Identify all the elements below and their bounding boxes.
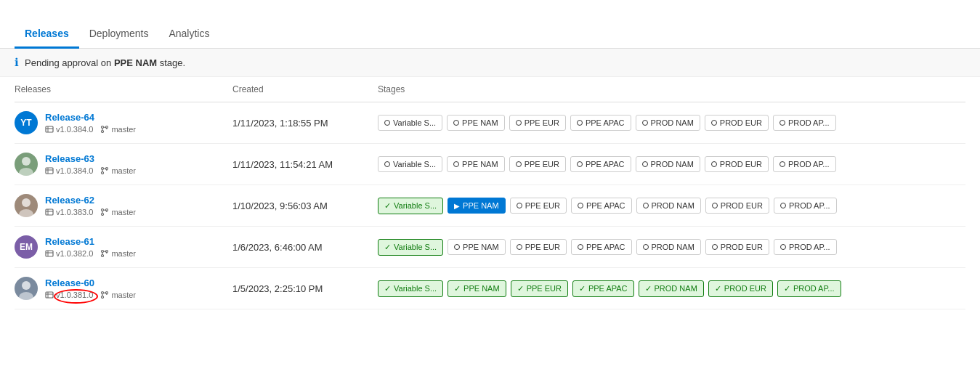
- stage-button[interactable]: PROD NAM: [636, 239, 701, 255]
- circle-icon: [454, 244, 460, 250]
- stage-button[interactable]: ✓ PPE APAC: [572, 280, 634, 297]
- svg-rect-0: [46, 126, 53, 132]
- check-icon: ✓: [517, 284, 524, 293]
- stage-button[interactable]: Variable S...: [378, 156, 442, 172]
- circle-icon: [453, 120, 459, 126]
- svg-point-7: [22, 157, 31, 166]
- stage-button[interactable]: PPE EUR: [509, 115, 566, 131]
- progress-icon: ▶: [454, 202, 460, 210]
- check-icon: ✓: [384, 201, 391, 211]
- stage-button[interactable]: PPE NAM: [447, 115, 505, 131]
- branch-label: master: [111, 291, 136, 299]
- stage-button[interactable]: PROD AP...: [773, 115, 836, 131]
- stage-button[interactable]: ▶ PPE NAM: [448, 198, 506, 214]
- branch-label: master: [111, 125, 136, 134]
- version-icon: [45, 249, 54, 258]
- svg-point-12: [102, 168, 104, 170]
- circle-icon: [711, 161, 717, 167]
- stage-button[interactable]: ✓ PROD AP...: [777, 280, 841, 297]
- circle-icon: [643, 203, 649, 208]
- stage-button[interactable]: PROD EUR: [705, 156, 769, 172]
- tab-releases[interactable]: Releases: [15, 20, 79, 49]
- stage-button[interactable]: PPE APAC: [571, 239, 632, 255]
- table-row: Release-60 v1.0.381.0: [15, 268, 965, 309]
- stage-button[interactable]: Variable S...: [378, 115, 442, 131]
- table-header: Releases Created Stages: [15, 77, 965, 102]
- stage-button[interactable]: PROD NAM: [636, 198, 701, 214]
- branch-icon: [100, 249, 109, 258]
- stage-button[interactable]: PROD AP...: [773, 156, 836, 172]
- svg-point-4: [102, 131, 104, 133]
- svg-point-22: [102, 214, 104, 216]
- release-name[interactable]: Release-61: [45, 236, 136, 247]
- stage-button[interactable]: PPE NAM: [448, 239, 506, 255]
- version-item: v1.0.384.0: [45, 125, 93, 134]
- circle-icon: [779, 120, 785, 126]
- stage-button[interactable]: PROD AP...: [774, 239, 837, 255]
- circle-icon: [577, 120, 583, 126]
- stage-button[interactable]: PROD EUR: [705, 115, 769, 131]
- version-icon: [45, 291, 54, 299]
- branch-icon: [100, 208, 109, 216]
- col-created: Created: [232, 84, 378, 94]
- created-date: 1/10/2023, 9:56:03 AM: [232, 200, 378, 211]
- release-name[interactable]: Release-60: [45, 277, 136, 288]
- release-info: Release-62 v1.0.383.0: [15, 194, 232, 217]
- stages-list: Variable S... PPE NAM PPE EUR PPE APAC P…: [378, 115, 965, 131]
- stage-button[interactable]: ✓ PPE NAM: [448, 280, 506, 297]
- release-details: Release-62 v1.0.383.0: [45, 195, 136, 216]
- avatar: [15, 277, 38, 300]
- stage-button[interactable]: ✓ PPE EUR: [511, 280, 568, 297]
- tab-analytics[interactable]: Analytics: [158, 20, 219, 49]
- version-label: v1.0.384.0: [56, 125, 93, 134]
- stage-button[interactable]: PPE APAC: [570, 115, 631, 131]
- svg-point-13: [102, 172, 104, 174]
- branch-label: master: [111, 208, 136, 216]
- svg-rect-9: [46, 168, 53, 174]
- stages-list: ✓ Variable S...▶ PPE NAM PPE EUR PPE APA…: [378, 198, 965, 214]
- stage-button[interactable]: PROD EUR: [705, 239, 769, 255]
- stage-button[interactable]: PPE NAM: [447, 156, 505, 172]
- stage-button[interactable]: ✓ Variable S...: [378, 198, 443, 214]
- release-name[interactable]: Release-62: [45, 195, 136, 206]
- version-icon: [45, 208, 54, 216]
- stage-button[interactable]: PPE APAC: [570, 156, 631, 172]
- stage-button[interactable]: PROD NAM: [636, 115, 700, 131]
- svg-point-16: [22, 198, 31, 207]
- stage-button[interactable]: ✓ Variable S...: [378, 239, 443, 256]
- check-icon: ✓: [384, 284, 391, 293]
- info-bar: ℹ Pending approval on PPE NAM stage.: [0, 49, 980, 77]
- branch-icon: [100, 291, 109, 299]
- release-name[interactable]: Release-63: [45, 153, 136, 164]
- release-name[interactable]: Release-64: [45, 112, 136, 123]
- table-row: YT Release-64 v1.0.384.0: [15, 102, 965, 144]
- stage-button[interactable]: PROD NAM: [636, 156, 700, 172]
- branch-label: master: [111, 166, 136, 175]
- stage-button[interactable]: ✓ PROD EUR: [708, 280, 773, 297]
- version-label: v1.0.381.0: [56, 291, 93, 299]
- stage-button[interactable]: ✓ PROD NAM: [639, 280, 704, 297]
- version-icon: [45, 166, 54, 175]
- branch-label: master: [111, 249, 136, 258]
- circle-icon: [643, 244, 649, 250]
- stage-button[interactable]: PROD AP...: [774, 198, 837, 214]
- stage-button[interactable]: PROD EUR: [705, 198, 769, 214]
- stage-button[interactable]: PPE EUR: [509, 156, 566, 172]
- circle-icon: [516, 120, 522, 126]
- circle-icon: [712, 244, 718, 250]
- col-stages: Stages: [378, 84, 965, 94]
- tab-deployments[interactable]: Deployments: [79, 20, 159, 49]
- info-text: Pending approval on PPE NAM stage.: [25, 57, 185, 68]
- stage-button[interactable]: PPE EUR: [510, 198, 567, 214]
- stage-button[interactable]: PPE EUR: [510, 239, 567, 255]
- svg-point-37: [102, 292, 104, 294]
- version-label: v1.0.384.0: [56, 166, 93, 175]
- version-item: v1.0.383.0: [45, 208, 93, 216]
- stage-button[interactable]: ✓ Variable S...: [378, 280, 443, 297]
- created-date: 1/11/2023, 1:18:55 PM: [232, 118, 378, 129]
- table-row: Release-62 v1.0.383.0: [15, 185, 965, 227]
- svg-point-28: [102, 251, 104, 253]
- release-details: Release-64 v1.0.384.0: [45, 112, 136, 134]
- stage-button[interactable]: PPE APAC: [571, 198, 632, 214]
- circle-icon: [578, 244, 583, 250]
